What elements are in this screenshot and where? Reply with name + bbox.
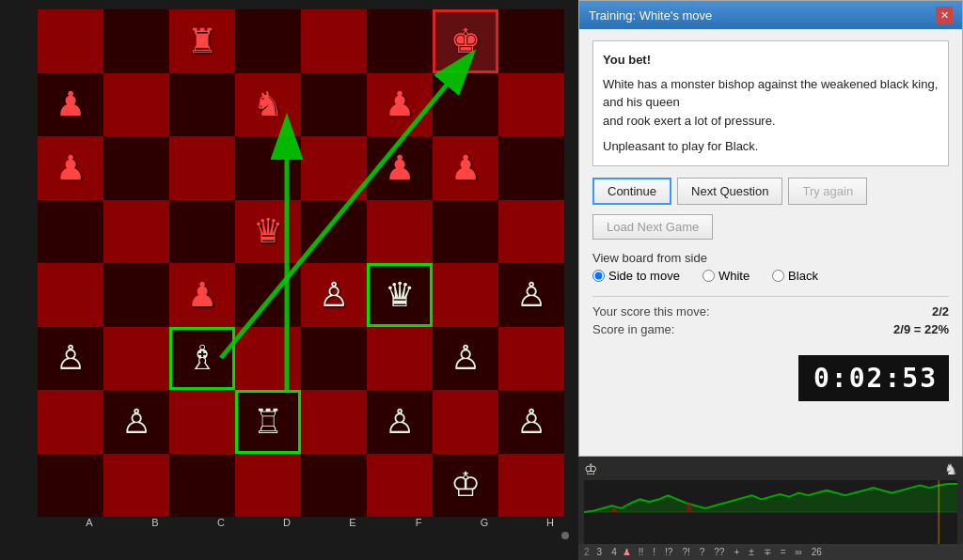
cell-b5[interactable] [103, 200, 169, 264]
cell-d6[interactable] [235, 136, 301, 200]
annot-26[interactable]: 26 [808, 546, 826, 558]
annot-exclaim-question[interactable]: !? [661, 546, 676, 558]
cell-d4[interactable] [235, 263, 301, 327]
cell-c8[interactable]: ♜ [169, 9, 235, 73]
cell-a7[interactable]: ♟ [38, 73, 103, 137]
cell-d1[interactable] [235, 454, 301, 518]
cell-a5[interactable] [38, 200, 103, 264]
cell-g3[interactable]: ♙ [433, 327, 498, 391]
cell-e8[interactable] [301, 9, 367, 73]
cell-b4[interactable] [103, 263, 169, 327]
cell-f6[interactable]: ♟ [367, 136, 433, 200]
cell-g4[interactable] [433, 263, 498, 327]
cell-e2[interactable] [301, 390, 367, 454]
file-h: H [517, 517, 583, 528]
cell-b3[interactable] [103, 327, 169, 391]
cell-d7[interactable]: ♞ [235, 73, 301, 137]
cell-e3[interactable] [301, 327, 367, 391]
cell-a6[interactable]: ♟ [38, 136, 103, 200]
cell-h4[interactable]: ♙ [498, 263, 564, 327]
radio-white-input[interactable] [703, 270, 715, 282]
cell-f7[interactable]: ♟ [367, 73, 433, 137]
annot-double-question[interactable]: ?? [710, 546, 728, 558]
cell-h2[interactable]: ♙ [498, 390, 564, 454]
cell-b1[interactable] [103, 454, 169, 518]
annot-exclaim[interactable]: ! [649, 546, 659, 558]
cell-g7[interactable] [433, 73, 498, 137]
annot-mp[interactable]: ∓ [760, 546, 775, 558]
king-g8: ♚ [450, 22, 481, 61]
continue-button[interactable]: Continue [592, 178, 671, 205]
cell-c7[interactable] [169, 73, 235, 137]
cell-c2[interactable] [169, 390, 235, 454]
annot-pm[interactable]: ± [745, 546, 758, 558]
cell-a2[interactable] [38, 390, 103, 454]
cell-e4[interactable]: ♙ [301, 263, 367, 327]
pawn-f2: ♙ [385, 402, 415, 442]
annot-inf[interactable]: ∞ [792, 546, 806, 558]
cell-h1[interactable] [498, 454, 564, 518]
cell-g5[interactable] [433, 200, 498, 264]
radio-black-input[interactable] [772, 270, 784, 282]
next-question-button[interactable]: Next Question [677, 178, 782, 205]
cell-f3[interactable] [367, 327, 433, 391]
cell-d8[interactable] [235, 9, 301, 73]
cell-h7[interactable] [498, 73, 564, 137]
radio-black[interactable]: Black [772, 269, 818, 283]
load-next-game-button[interactable]: Load Next Game [592, 214, 713, 240]
annot-question-exclaim[interactable]: ?! [678, 546, 693, 558]
cell-g8[interactable]: ♚ [433, 9, 498, 73]
annot-eq[interactable]: = [777, 546, 790, 558]
cell-f2[interactable]: ♙ [367, 390, 433, 454]
try-again-button[interactable]: Try again [788, 178, 867, 205]
pawn-c4: ♟ [187, 275, 217, 315]
cell-e7[interactable] [301, 73, 367, 137]
cell-c6[interactable] [169, 136, 235, 200]
cell-f1[interactable] [367, 454, 433, 518]
score-move-label: Your score this move: [592, 304, 710, 319]
cell-f4[interactable]: ♛ [367, 263, 433, 327]
file-f: F [386, 517, 451, 528]
cell-h3[interactable] [498, 327, 564, 391]
pawn-e4: ♙ [319, 275, 349, 315]
dialog-titlebar: Training: White's move ✕ [579, 1, 962, 29]
cell-a4[interactable] [38, 263, 103, 327]
cell-e6[interactable] [301, 136, 367, 200]
cell-c4[interactable]: ♟ [169, 263, 235, 327]
cell-h8[interactable] [498, 9, 564, 73]
scores-section: Your score this move: 2/2 Score in game:… [592, 296, 949, 340]
cell-b8[interactable] [103, 9, 169, 73]
annot-double-exclaim[interactable]: !! [635, 546, 648, 558]
cell-d3[interactable] [235, 327, 301, 391]
radio-white[interactable]: White [703, 269, 750, 283]
cell-c3[interactable]: ♗ [169, 327, 235, 391]
cell-a3[interactable]: ♙ [38, 327, 103, 391]
annot-4[interactable]: 4 [608, 546, 621, 558]
cell-g2[interactable] [433, 390, 498, 454]
cell-b7[interactable] [103, 73, 169, 137]
cell-f5[interactable] [367, 200, 433, 264]
close-button[interactable]: ✕ [936, 7, 953, 23]
cell-b6[interactable] [103, 136, 169, 200]
radio-side-to-move[interactable]: Side to move [592, 269, 680, 283]
cell-d2[interactable]: ♖ [235, 390, 301, 454]
cell-g6[interactable]: ♟ [433, 136, 498, 200]
cell-e1[interactable] [301, 454, 367, 518]
cell-a8[interactable] [38, 9, 103, 73]
cell-c1[interactable] [169, 454, 235, 518]
cell-f8[interactable] [367, 9, 433, 73]
score-game-row: Score in game: 2/9 = 22% [592, 322, 949, 336]
cell-g1[interactable]: ♔ [433, 454, 498, 518]
annot-question[interactable]: ? [696, 546, 709, 558]
cell-h6[interactable] [498, 136, 564, 200]
radio-side-to-move-input[interactable] [592, 270, 605, 282]
cell-h5[interactable] [498, 200, 564, 264]
cell-c5[interactable] [169, 200, 235, 264]
cell-b2[interactable]: ♙ [103, 390, 169, 454]
annot-plus[interactable]: + [730, 546, 743, 558]
cell-e5[interactable] [301, 200, 367, 264]
chess-board[interactable]: ♜ ♚ ♟ ♞ ♟ ♟ ♟ ♟ [38, 9, 564, 517]
cell-d5[interactable]: ♛ [235, 200, 301, 264]
annot-3[interactable]: 3 [593, 546, 607, 558]
cell-a1[interactable] [38, 454, 103, 518]
